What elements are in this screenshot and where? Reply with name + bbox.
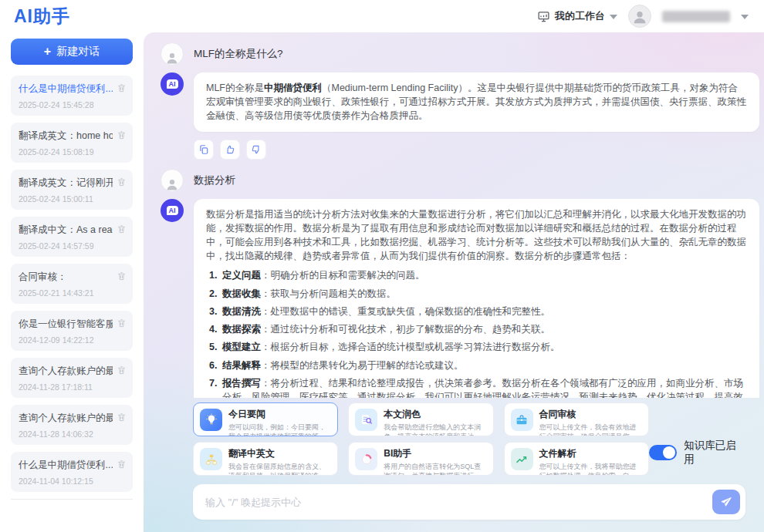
user-message-row: MLF的全称是什么? [161,42,760,66]
briefcase-icon [515,413,529,427]
knowledge-base-label: 知识库已启用 [684,439,745,466]
card-file-parse[interactable]: 文件解析 您可以上传文件，我将帮助您进行如数据处理、信息检索、自动化办公等。 [504,442,649,476]
user-message-text: 数据分析 [194,173,235,187]
ai-message-card: MLF的全称是中期借贷便利（Medium-term Lending Facili… [194,72,759,132]
card-bi-assistant[interactable]: BI助手 将用户的自然语言转化为SQL查询语句，并直接与数据库进行交互，返回智能… [348,442,493,476]
send-icon [720,496,732,508]
translate-structure-icon [205,453,218,466]
card-contract-review[interactable]: 合同审核 您可以上传文件，我会有效地进行合同审核，确保合同满足您的业务需求。 [504,402,649,436]
card-daily-news[interactable]: 今日要闻 您可以问我，例如：今日要闻，我会尽力提供准确和可靠的答案。 [193,402,338,436]
doc-magnifier-icon [360,413,374,427]
ai-avatar: AI [161,199,184,222]
card-translate[interactable]: 翻译中英文 我会旨在保留原始信息的含义、语气和风格，以确保翻译的准确性和自然流畅… [193,442,338,476]
like-button[interactable] [220,140,240,160]
history-item[interactable]: 翻译成英文：home home 2025-02-24 15:08:19 [11,123,133,163]
monitor-icon [537,10,550,23]
lightbulb-icon [205,413,218,427]
copy-button[interactable] [194,140,214,160]
sidebar: + 新建对话 什么是中期借贷便利... 2025-02-24 15:45:28 … [0,32,144,532]
step-item: 1.定义问题：明确分析的目标和需要解决的问题。 [206,269,747,283]
history-item[interactable]: 什么是中期借贷便利... 2025-02-24 15:45:28 [11,76,133,116]
thumbs-down-icon [251,144,262,155]
workspace-label: 我的工作台 [555,9,605,23]
dislike-button[interactable] [246,140,266,160]
user-message-row: 数据分析 [161,169,760,192]
card-text-polish[interactable]: 本文润色 我会帮助您进行您输入的文本润色，提高文本的流畅度和表达效果。 [348,402,493,436]
username-redacted[interactable] [662,11,730,22]
trend-arrow-icon [515,453,529,466]
new-chat-label: 新建对话 [56,45,100,59]
message-input[interactable] [193,484,745,520]
ai-message-row: AI 数据分析是指用适当的统计分析方法对收集来的大量数据进行分析，将它们加以汇总… [161,199,760,398]
history-item[interactable]: 翻译成英文：记得刚开始... 2025-02-24 15:00:11 [11,170,133,210]
step-item: 4.数据探索：通过统计分析和可视化技术，初步了解数据的分布、趋势和关联。 [206,323,747,337]
pie-chart-icon [360,453,374,466]
quick-action-cards: 今日要闻 您可以问我，例如：今日要闻，我会尽力提供准确和可靠的答案。 本文润色 … [193,402,649,476]
trash-icon[interactable] [117,412,127,423]
thumbs-up-icon [225,144,235,155]
trash-icon[interactable] [117,130,127,140]
history-list-divider [11,499,133,500]
step-item: 6.结果解释：将模型的结果转化为易于理解的结论或建议。 [206,359,747,373]
history-item[interactable]: 查询个人存款账户的最新... 2024-11-28 14:06:32 [11,405,133,445]
send-button[interactable] [712,490,740,514]
bold-term: 中期借贷便利 [264,82,322,93]
ai-badge: AI [167,206,178,215]
top-bar: AI助手 我的工作台 [0,0,764,32]
ai-message-card: 数据分析是指用适当的统计分析方法对收集来的大量数据进行分析，将它们加以汇总和理解… [194,199,759,398]
analysis-steps: 1.定义问题：明确分析的目标和需要解决的问题。 2.数据收集：获取与分析问题相关… [206,269,747,398]
plus-icon: + [44,45,51,58]
person-icon [164,177,180,191]
message-actions [194,140,760,160]
trash-icon[interactable] [117,82,127,93]
trash-icon[interactable] [117,271,127,281]
trash-icon[interactable] [117,365,127,375]
chevron-down-icon [610,15,617,19]
chat-panel: MLF的全称是什么? AI MLF的全称是中期借贷便利（Medium-term … [144,32,764,532]
message-list: MLF的全称是什么? AI MLF的全称是中期借贷便利（Medium-term … [144,32,764,398]
composer-section: 今日要闻 您可以问我，例如：今日要闻，我会尽力提供准确和可靠的答案。 本文润色 … [144,398,764,532]
app-window: AI助手 我的工作台 + 新建对话 什么是中期借贷便利.. [0,0,764,532]
analysis-intro: 数据分析是指用适当的统计分析方法对收集来的大量数据进行分析，将它们加以汇总和理解… [206,209,746,261]
trash-icon[interactable] [117,318,127,328]
copy-icon [198,144,209,155]
knowledge-base-toggle[interactable] [649,445,677,460]
ai-badge: AI [167,79,178,89]
history-item[interactable]: 翻译成中文：As a reader... 2025-02-24 14:57:59 [11,217,133,257]
composer [193,484,745,520]
user-message-text: MLF的全称是什么? [194,47,283,61]
person-icon [631,8,648,25]
history-item[interactable]: 你是一位银行智能客服，... 2024-12-09 14:22:12 [11,311,133,351]
new-chat-button[interactable]: + 新建对话 [11,39,133,65]
ai-message-row: AI MLF的全称是中期借贷便利（Medium-term Lending Fac… [161,72,760,132]
step-item: 5.模型建立：根据分析目标，选择合适的统计模型或机器学习算法进行数据分析。 [206,341,747,355]
user-message-avatar [161,42,184,66]
user-message-avatar [161,169,184,192]
ai-avatar: AI [161,72,184,96]
step-item: 2.数据收集：获取与分析问题相关的数据。 [206,288,747,301]
history-item[interactable]: 查询个人存款账户的最新... 2024-11-28 17:18:11 [11,358,133,398]
step-item: 3.数据清洗：处理数据中的错误、重复或缺失值，确保数据的准确性和完整性。 [206,305,747,319]
person-icon [164,50,180,65]
step-item: 7.报告撰写：将分析过程、结果和结论整理成报告，供决策者参考。数据分析在各个领域… [206,377,747,398]
trash-icon[interactable] [117,224,127,234]
trash-icon[interactable] [117,177,127,187]
chevron-down-icon [741,15,749,19]
history-item[interactable]: 什么是中期借贷便利... 2024-11-04 10:12:15 [11,452,133,492]
app-logo: AI助手 [14,5,70,29]
history-item[interactable]: 合同审核： 2025-02-21 14:43:21 [11,264,133,304]
trash-icon[interactable] [117,459,127,470]
knowledge-base-toggle-group: 知识库已启用 [649,439,745,476]
user-avatar[interactable] [628,5,651,28]
workspace-button[interactable]: 我的工作台 [537,9,617,23]
toggle-knob [663,446,675,459]
